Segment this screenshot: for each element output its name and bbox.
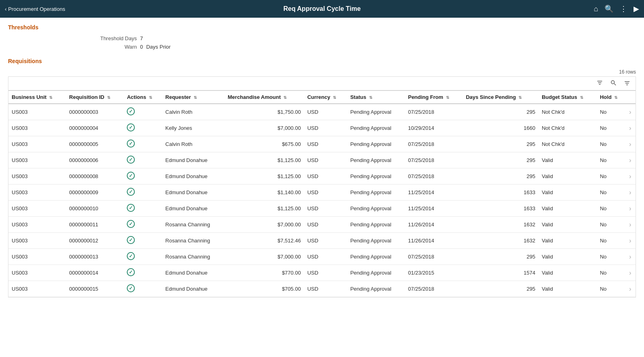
col-actions[interactable]: Actions ⇅ <box>124 91 162 104</box>
search-icon-button[interactable] <box>608 78 619 88</box>
row-chevron-icon[interactable]: › <box>629 237 631 244</box>
cell-chevron[interactable]: › <box>626 265 636 281</box>
cell-chevron[interactable]: › <box>626 201 636 217</box>
row-chevron-icon[interactable]: › <box>629 157 631 164</box>
cell-pending-from: 11/25/2014 <box>405 201 463 217</box>
table-row[interactable]: US0030000000008 ✓ Edmund Donahue$1,125.0… <box>8 168 636 185</box>
sort-icon <box>624 80 630 86</box>
row-chevron-icon[interactable]: › <box>629 189 631 196</box>
table-row[interactable]: US0030000000012 ✓ Rosanna Channing$7,512… <box>8 233 636 249</box>
action-icon[interactable]: ✓ <box>127 156 135 164</box>
cell-hold: No <box>597 201 626 217</box>
table-search-input[interactable] <box>12 78 591 88</box>
filter-icon <box>597 80 603 86</box>
cell-budget-status: Not Chk'd <box>539 104 597 120</box>
more-icon[interactable]: ⋮ <box>620 4 627 13</box>
row-chevron-icon[interactable]: › <box>629 141 631 148</box>
cell-actions[interactable]: ✓ <box>124 249 162 265</box>
action-icon[interactable]: ✓ <box>127 220 135 228</box>
cell-currency: USD <box>304 201 347 217</box>
filter-icon-button[interactable] <box>594 78 605 88</box>
table-row[interactable]: US0030000000014 ✓ Edmund Donahue$770.00U… <box>8 265 636 281</box>
thresholds-section: Thresholds Threshold Days 7 Warn 0 Days … <box>8 24 636 50</box>
cell-chevron[interactable]: › <box>626 281 636 297</box>
row-chevron-icon[interactable]: › <box>629 269 631 276</box>
col-requester[interactable]: Requester ⇅ <box>162 91 225 104</box>
col-days-since[interactable]: Days Since Pending ⇅ <box>462 91 539 104</box>
cell-chevron[interactable]: › <box>626 217 636 233</box>
col-budget-status[interactable]: Budget Status ⇅ <box>539 91 597 104</box>
cell-actions[interactable]: ✓ <box>124 233 162 249</box>
action-icon[interactable]: ✓ <box>127 236 135 244</box>
table-row[interactable]: US0030000000009 ✓ Edmund Donahue$1,140.0… <box>8 185 636 201</box>
cell-actions[interactable]: ✓ <box>124 281 162 297</box>
cell-actions[interactable]: ✓ <box>124 168 162 185</box>
row-chevron-icon[interactable]: › <box>629 253 631 260</box>
cell-business-unit: US003 <box>8 233 66 249</box>
user-icon[interactable]: ▶ <box>634 4 639 13</box>
cell-requester: Rosanna Channing <box>162 217 225 233</box>
row-chevron-icon[interactable]: › <box>629 285 631 292</box>
cell-chevron[interactable]: › <box>626 168 636 185</box>
table-row[interactable]: US0030000000004 ✓ Kelly Jones$7,000.00US… <box>8 120 636 136</box>
row-chevron-icon[interactable]: › <box>629 125 631 131</box>
cell-pending-from: 01/23/2015 <box>405 265 463 281</box>
row-chevron-icon[interactable]: › <box>629 221 631 228</box>
cell-chevron[interactable]: › <box>626 120 636 136</box>
cell-actions[interactable]: ✓ <box>124 265 162 281</box>
cell-actions[interactable]: ✓ <box>124 120 162 136</box>
sort-icon-button[interactable] <box>622 78 632 88</box>
cell-budget-status: Not Chk'd <box>539 136 597 152</box>
cell-req-id: 0000000014 <box>66 265 124 281</box>
table-row[interactable]: US0030000000015 ✓ Edmund Donahue$705.00U… <box>8 281 636 297</box>
search-icon[interactable]: 🔍 <box>605 4 613 13</box>
table-row[interactable]: US0030000000011 ✓ Rosanna Channing$7,000… <box>8 217 636 233</box>
sort-icon-actions: ⇅ <box>149 95 152 100</box>
sort-icon-budget-status: ⇅ <box>580 95 583 100</box>
col-hold[interactable]: Hold ⇅ <box>597 91 626 104</box>
cell-actions[interactable]: ✓ <box>124 152 162 168</box>
table-row[interactable]: US0030000000006 ✓ Edmund Donahue$1,125.0… <box>8 152 636 168</box>
cell-chevron[interactable]: › <box>626 152 636 168</box>
main-content: Thresholds Threshold Days 7 Warn 0 Days … <box>0 18 644 357</box>
table-row[interactable]: US0030000000003 ✓ Calvin Roth$1,750.00US… <box>8 104 636 120</box>
cell-actions[interactable]: ✓ <box>124 217 162 233</box>
action-icon[interactable]: ✓ <box>127 284 135 292</box>
col-status[interactable]: Status ⇅ <box>347 91 405 104</box>
action-icon[interactable]: ✓ <box>127 188 135 196</box>
action-icon[interactable]: ✓ <box>127 172 135 180</box>
svg-rect-0 <box>597 81 602 82</box>
cell-chevron[interactable]: › <box>626 185 636 201</box>
cell-actions[interactable]: ✓ <box>124 185 162 201</box>
back-button[interactable]: ‹ Procurement Operations <box>5 6 65 12</box>
col-currency[interactable]: Currency ⇅ <box>304 91 347 104</box>
cell-chevron[interactable]: › <box>626 249 636 265</box>
action-icon[interactable]: ✓ <box>127 107 135 115</box>
cell-business-unit: US003 <box>8 217 66 233</box>
cell-chevron[interactable]: › <box>626 104 636 120</box>
cell-status: Pending Approval <box>347 201 405 217</box>
cell-chevron[interactable]: › <box>626 233 636 249</box>
cell-chevron[interactable]: › <box>626 136 636 152</box>
action-icon[interactable]: ✓ <box>127 252 135 260</box>
action-icon[interactable]: ✓ <box>127 140 135 148</box>
col-business-unit[interactable]: Business Unit ⇅ <box>8 91 66 104</box>
action-icon[interactable]: ✓ <box>127 123 135 131</box>
col-req-id[interactable]: Requisition ID ⇅ <box>66 91 124 104</box>
cell-actions[interactable]: ✓ <box>124 201 162 217</box>
cell-actions[interactable]: ✓ <box>124 104 162 120</box>
row-chevron-icon[interactable]: › <box>629 173 631 180</box>
table-toolbar <box>8 77 636 90</box>
row-chevron-icon[interactable]: › <box>629 109 631 115</box>
row-chevron-icon[interactable]: › <box>629 205 631 212</box>
action-icon[interactable]: ✓ <box>127 204 135 212</box>
col-pending-from[interactable]: Pending From ⇅ <box>405 91 463 104</box>
home-icon[interactable]: ⌂ <box>594 5 598 13</box>
cell-actions[interactable]: ✓ <box>124 136 162 152</box>
col-amount[interactable]: Merchandise Amount ⇅ <box>225 91 304 104</box>
table-row[interactable]: US0030000000013 ✓ Rosanna Channing$7,000… <box>8 249 636 265</box>
table-row[interactable]: US0030000000005 ✓ Calvin Roth$675.00USDP… <box>8 136 636 152</box>
table-row[interactable]: US0030000000010 ✓ Edmund Donahue$1,125.0… <box>8 201 636 217</box>
svg-rect-2 <box>599 84 601 85</box>
action-icon[interactable]: ✓ <box>127 268 135 276</box>
